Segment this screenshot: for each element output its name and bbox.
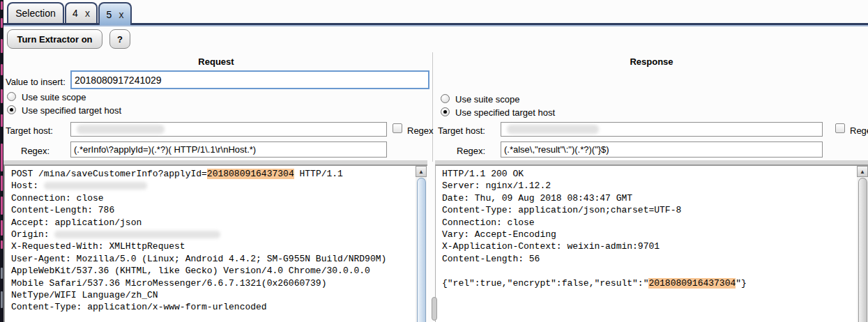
edge-artifact-mark (1, 144, 3, 171)
tab-close-icon[interactable]: x (85, 8, 90, 19)
request-panel-title: Request (3, 56, 429, 67)
value-to-insert-input[interactable] (70, 70, 429, 89)
tab-selection[interactable]: Selection (7, 2, 64, 23)
response-regex-checkbox[interactable] (835, 123, 845, 133)
edge-artifact-mark (1, 39, 3, 53)
panel-divider (432, 52, 433, 162)
tab-close-icon[interactable]: x (119, 9, 123, 20)
http-line: Date: Thu, 09 Aug 2018 08:43:47 GMT (442, 192, 868, 204)
edge-artifact-mark (1, 268, 3, 279)
request-regex-checkbox[interactable] (393, 123, 402, 133)
http-line: Accept: application/json (11, 217, 427, 229)
tab-4[interactable]: 4 x (65, 2, 98, 23)
request-scrollbar-thumb[interactable] (417, 178, 426, 322)
http-line: Server: nginx/1.12.2 (442, 180, 868, 192)
edge-artifact-mark (1, 89, 3, 103)
edge-artifact-strip (0, 0, 3, 322)
response-use-target-host-label: Use specified target host (455, 107, 555, 118)
request-regex-checkbox-label: Regex (407, 125, 434, 136)
request-http-view[interactable]: POST /mina/saveCustomerInfo?applyId=2018… (3, 164, 427, 322)
request-use-target-host-label: Use specified target host (22, 105, 121, 116)
request-regex-input[interactable] (70, 141, 387, 158)
edge-artifact-mark (1, 220, 3, 236)
redacted-blur (44, 182, 147, 190)
http-line: Content-Length: 786 (11, 204, 427, 216)
response-use-suite-scope-radio[interactable] (441, 94, 450, 103)
response-regex-input[interactable] (501, 141, 823, 158)
request-scrollbar[interactable]: ▲ (416, 166, 427, 322)
request-target-host-redaction (77, 125, 165, 134)
edge-artifact-mark (1, 176, 3, 191)
http-line: X-Requested-With: XMLHttpRequest (11, 240, 427, 252)
edge-artifact-mark (1, 1, 3, 10)
scroll-up-icon[interactable]: ▲ (416, 166, 427, 177)
http-line: Content-Length: 56 (442, 253, 868, 265)
http-line: Mobile Safari/537.36 MicroMessenger/6.6.… (11, 277, 427, 289)
response-scrollbar[interactable]: ▲ (857, 166, 868, 322)
edge-artifact-mark (1, 240, 3, 249)
response-panel-title: Response (435, 56, 868, 67)
response-left-scrollbar-thumb[interactable] (432, 297, 437, 321)
response-use-target-host-radio[interactable] (441, 107, 450, 116)
turn-extractor-on-button[interactable]: Turn Extractor on (7, 29, 102, 49)
response-use-suite-scope-label: Use suite scope (455, 94, 520, 105)
edge-artifact-mark (1, 114, 3, 127)
tabbar-underline-light (0, 25, 868, 26)
extracted-value-highlight: 2018080916437304 (648, 278, 736, 289)
http-line: Connection: close (442, 217, 868, 229)
http-line (442, 265, 868, 277)
response-target-host-redaction (507, 125, 599, 134)
value-to-insert-label: Value to insert: (6, 77, 66, 87)
response-regex-checkbox-label: Regex (850, 125, 868, 136)
http-line: POST /mina/saveCustomerInfo?applyId=2018… (11, 168, 427, 180)
http-line: NetType/WIFI Language/zh_CN (11, 289, 427, 301)
http-line: Host: (11, 180, 427, 192)
edge-artifact-mark (1, 291, 3, 308)
http-line: HTTP/1.1 200 OK (442, 168, 868, 180)
edge-artifact-mark (1, 18, 3, 28)
request-use-suite-scope-radio[interactable] (7, 92, 16, 101)
http-line: X-Application-Context: weixin-admin:9701 (442, 240, 868, 252)
response-regex-label: Regex: (457, 146, 485, 156)
response-scrollbar-thumb[interactable] (858, 178, 867, 322)
http-line: Origin: (11, 229, 427, 240)
tab-label: Selection (15, 8, 56, 19)
http-line: Content-Type: application/json;charset=U… (442, 204, 868, 216)
request-use-suite-scope-label: Use suite scope (22, 92, 86, 102)
http-line: Connection: close (11, 192, 427, 204)
http-line: Vary: Accept-Encoding (442, 229, 868, 240)
response-http-view[interactable]: HTTP/1.1 200 OKServer: nginx/1.12.2Date:… (435, 164, 868, 322)
http-line: AppleWebKit/537.36 (KHTML, like Gecko) V… (11, 265, 427, 277)
request-target-host-label: Target host: (6, 125, 53, 136)
help-button[interactable]: ? (109, 29, 130, 49)
request-use-target-host-radio[interactable] (7, 105, 16, 114)
edge-artifact-mark (1, 64, 3, 75)
request-regex-label: Regex: (21, 146, 50, 156)
extractor-window: Selection 4 x 5 x Turn Extractor on ? Re… (0, 0, 868, 322)
scroll-up-icon[interactable]: ▲ (857, 166, 868, 177)
tab-5[interactable]: 5 x (98, 2, 132, 25)
http-line: {"rel":true,"encrypt":false,"result":"20… (442, 277, 868, 289)
redacted-blur (54, 231, 220, 238)
edge-artifact-mark (1, 197, 3, 215)
tab-label: 5 (107, 9, 112, 20)
tab-label: 4 (73, 8, 78, 19)
response-target-host-label: Target host: (438, 125, 485, 136)
http-line: User-Agent: Mozilla/5.0 (Linux; Android … (11, 253, 427, 265)
extracted-value-highlight: 2018080916437304 (207, 169, 294, 179)
http-line: Content-Type: application/x-www-form-url… (11, 301, 427, 313)
